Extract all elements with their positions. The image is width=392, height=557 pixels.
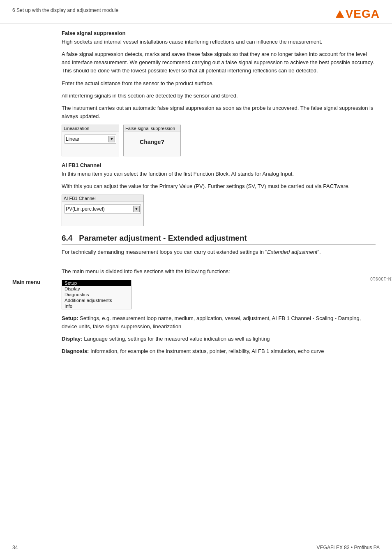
ai-fb1-value: PV(Lin.perc.level) (66, 206, 133, 212)
menu-item-display[interactable]: Display (62, 286, 131, 292)
desc-display-term: Display: (62, 336, 83, 342)
false-signal-widget: False signal suppression Change? (123, 125, 181, 156)
section-64-heading: 6.4 Parameter adjustment - Extended adju… (62, 234, 376, 245)
left-sidebar (12, 23, 53, 267)
false-signal-para5: The instrument carries out an automatic … (62, 104, 376, 121)
linearization-value: Linear (66, 136, 108, 142)
logo-triangle-icon (336, 10, 344, 18)
ai-fb1-heading: AI FB1 Channel (62, 162, 376, 168)
section-64-title: Parameter adjustment - Extended adjustme… (79, 234, 247, 242)
content-area: False signal suppression High sockets an… (0, 23, 392, 267)
false-signal-widget-content: Change? (124, 132, 180, 152)
false-signal-para2: A false signal suppression detects, mark… (62, 50, 376, 75)
header-chapter: 6 Set up with the display and adjustment… (12, 7, 118, 13)
section-64-italic: Extended adjustment (267, 249, 317, 255)
false-signal-para4: All interfering signals in this section … (62, 92, 376, 100)
desc-setup-term: Setup: (62, 315, 78, 321)
false-signal-heading: False signal suppression (62, 30, 376, 36)
section-64-number: 6.4 (62, 234, 72, 242)
menu-item-info[interactable]: Info (62, 303, 131, 309)
false-signal-para1: High sockets and internal vessel install… (62, 38, 376, 46)
main-menu-content: The main menu is divided into five secti… (53, 267, 380, 367)
main-content: False signal suppression High sockets an… (53, 23, 380, 267)
header: 6 Set up with the display and adjustment… (0, 0, 392, 23)
page-wrapper: 6 Set up with the display and adjustment… (0, 0, 392, 557)
footer: 34 VEGAFLEX 83 • Profibus PA (12, 542, 380, 550)
linearization-widget: Linearization Linear ▼ (62, 125, 119, 156)
ai-fb1-spacer (64, 214, 142, 223)
side-label: 44226-EN-130910 (370, 276, 392, 281)
logo: VEGA (336, 7, 380, 21)
ai-fb1-widget-title: AI FB1 Channel (62, 195, 143, 202)
desc-diagnosis-text: Information, for example on the instrume… (90, 348, 324, 354)
section-64-intro: For technically demanding measurement lo… (62, 248, 376, 256)
menu-item-setup[interactable]: Setup (62, 280, 131, 286)
ai-fb1-arrow-icon[interactable]: ▼ (133, 206, 140, 212)
main-menu-sidebar: Main menu (12, 267, 53, 367)
false-signal-widget-title: False signal suppression (124, 125, 180, 132)
linearization-spacer (64, 144, 117, 153)
ai-fb1-para1: In this menu item you can select the fun… (62, 170, 376, 178)
false-signal-section: False signal suppression High sockets an… (62, 30, 376, 156)
desc-diagnosis-term: Diagnosis: (62, 348, 89, 354)
footer-page-number: 34 (12, 545, 18, 550)
main-menu-sidebar-label: Main menu (12, 276, 53, 285)
main-menu-description: The main menu is divided into five secti… (62, 267, 376, 276)
menu-item-additional[interactable]: Additional adjustments (62, 297, 131, 303)
desc-diagnosis: Diagnosis: Information, for example on t… (62, 347, 376, 355)
menu-item-diagnostics[interactable]: Diagnostics (62, 292, 131, 297)
linearization-arrow-icon[interactable]: ▼ (108, 136, 115, 142)
desc-display-text: Language setting, settings for the measu… (84, 336, 270, 342)
ai-fb1-widget-content: PV(Lin.perc.level) ▼ (62, 202, 143, 226)
ai-fb1-para2: With this you can adjust the value for t… (62, 182, 376, 190)
false-signal-para3: Enter the actual distance from the senso… (62, 79, 376, 88)
desc-setup: Setup: Settings, e.g. measurement loop n… (62, 314, 376, 331)
menu-box: Setup Display Diagnostics Additional adj… (62, 280, 131, 309)
ai-fb1-section: AI FB1 Channel In this menu item you can… (62, 162, 376, 226)
desc-display: Display: Language setting, settings for … (62, 335, 376, 343)
linearization-title: Linearization (62, 125, 119, 132)
ai-fb1-dropdown[interactable]: PV(Lin.perc.level) ▼ (65, 204, 141, 214)
main-menu-row: Main menu The main menu is divided into … (0, 267, 392, 367)
linearization-content: Linear ▼ (62, 132, 119, 156)
footer-product: VEGAFLEX 83 • Profibus PA (317, 545, 380, 550)
desc-setup-text: Settings, e.g. measurement loop name, me… (62, 315, 361, 330)
widget-row-linearization: Linearization Linear ▼ False signal supp… (62, 125, 376, 156)
linearization-dropdown[interactable]: Linear ▼ (65, 135, 116, 144)
ai-fb1-widget: AI FB1 Channel PV(Lin.perc.level) ▼ (62, 195, 144, 226)
false-signal-change-label: Change? (127, 139, 177, 145)
